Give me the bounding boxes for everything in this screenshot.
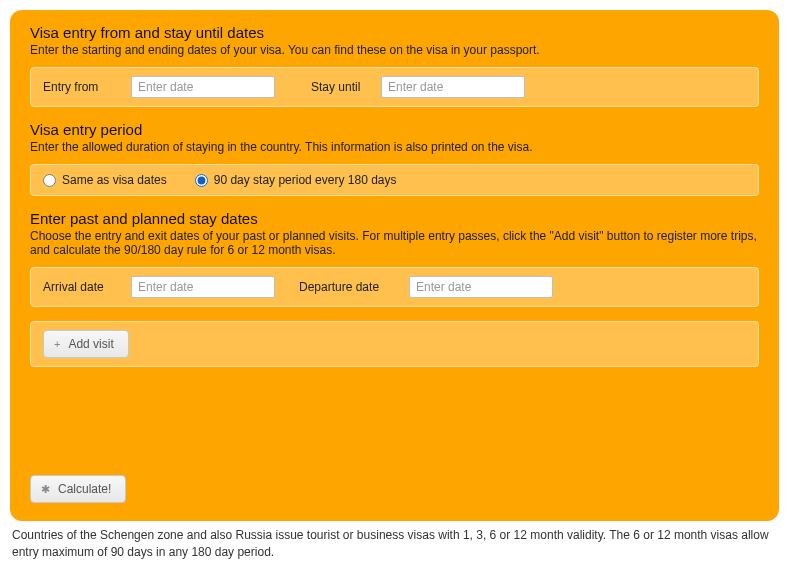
footer-note: Countries of the Schengen zone and also …	[10, 521, 779, 562]
period-section-desc: Enter the allowed duration of staying in…	[30, 140, 759, 154]
radio-same-as-visa-label[interactable]: Same as visa dates	[62, 173, 167, 187]
add-visit-button-label: Add visit	[68, 337, 113, 351]
radio-same-as-visa[interactable]	[43, 174, 56, 187]
entry-from-label: Entry from	[43, 80, 121, 94]
calculate-button[interactable]: ✱ Calculate!	[30, 475, 126, 503]
stay-until-input[interactable]	[381, 76, 525, 98]
gear-icon: ✱	[41, 484, 50, 495]
radio-90-180[interactable]	[195, 174, 208, 187]
dates-panel: Entry from Stay until	[30, 67, 759, 107]
period-panel: Same as visa dates 90 day stay period ev…	[30, 164, 759, 196]
radio-90-180-label[interactable]: 90 day stay period every 180 days	[214, 173, 397, 187]
plus-icon: +	[54, 339, 60, 350]
stay-section-title: Enter past and planned stay dates	[30, 210, 759, 227]
add-visit-panel: + Add visit	[30, 321, 759, 367]
entry-from-input[interactable]	[131, 76, 275, 98]
stay-section-desc: Choose the entry and exit dates of your …	[30, 229, 759, 257]
calculate-button-label: Calculate!	[58, 482, 111, 496]
visit-row-panel: Arrival date Departure date	[30, 267, 759, 307]
add-visit-button[interactable]: + Add visit	[43, 330, 129, 358]
arrival-date-input[interactable]	[131, 276, 275, 298]
departure-date-label: Departure date	[299, 280, 399, 294]
period-radio-group: Same as visa dates 90 day stay period ev…	[43, 173, 746, 187]
period-section-title: Visa entry period	[30, 121, 759, 138]
dates-section-desc: Enter the starting and ending dates of y…	[30, 43, 759, 57]
stay-until-label: Stay until	[311, 80, 371, 94]
visa-calculator-card: Visa entry from and stay until dates Ent…	[10, 10, 779, 521]
arrival-date-label: Arrival date	[43, 280, 121, 294]
dates-section-title: Visa entry from and stay until dates	[30, 24, 759, 41]
departure-date-input[interactable]	[409, 276, 553, 298]
spacer	[30, 381, 759, 475]
